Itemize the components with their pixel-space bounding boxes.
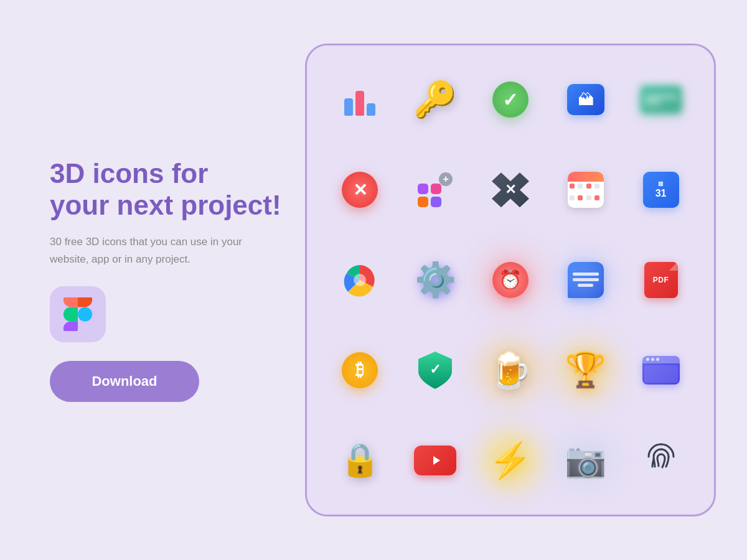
trophy-icon: 🏆: [565, 350, 606, 390]
mug-icon: 🍺: [489, 350, 532, 391]
headline: 3D icons for your next project!: [50, 158, 293, 221]
list-item: ✓: [476, 58, 545, 142]
blue-calendar-icon: ▦ 31: [643, 172, 679, 208]
shield-icon: ✓: [417, 350, 453, 390]
bitcoin-icon: ₿: [342, 352, 378, 388]
list-item: [626, 328, 695, 412]
download-button[interactable]: Download: [50, 361, 199, 402]
list-item: ✕: [326, 148, 395, 232]
subtext: 30 free 3D icons that you can use in you…: [50, 233, 261, 267]
add-grid-icon: +: [416, 171, 454, 208]
page-container: 3D icons for your next project! 30 free …: [31, 25, 716, 535]
list-item: ✕: [476, 148, 545, 232]
svg-point-1: [354, 274, 366, 286]
headline-line2: your next project!: [50, 190, 281, 220]
list-item: 🏆: [551, 328, 620, 412]
list-item: 📷: [551, 418, 620, 502]
svg-text:✓: ✓: [430, 362, 441, 377]
list-item: ⚡: [476, 418, 545, 502]
card-icon: [640, 85, 682, 114]
clock-icon: ⏰: [492, 262, 529, 298]
headline-part1: 3D icons: [50, 158, 164, 189]
key-icon: 🔑: [413, 79, 457, 120]
gear-icon: ⚙️: [415, 260, 456, 299]
lock-icon: 🔒: [340, 441, 380, 479]
svg-marker-3: [433, 456, 440, 465]
lightning-icon: ⚡: [489, 440, 532, 481]
fingerprint-icon: [644, 439, 679, 482]
list-item: 🔑: [401, 58, 470, 142]
list-item: ▦ 31: [626, 148, 695, 232]
list-item: [626, 58, 695, 142]
list-item: 🏔: [551, 58, 620, 142]
headline-part2: for: [172, 158, 209, 189]
browser-window-icon: [642, 356, 680, 385]
close-red-icon: ✕: [342, 172, 378, 208]
list-item: [326, 238, 395, 322]
list-item: ⚙️: [401, 238, 470, 322]
list-item: 🍺: [476, 328, 545, 412]
bar-chart-icon: [344, 83, 375, 116]
pdf-icon: PDF: [644, 262, 678, 298]
list-item: [626, 418, 695, 502]
image-icon: 🏔: [567, 84, 604, 115]
list-item: PDF: [626, 238, 695, 322]
list-item: 🔒: [326, 418, 395, 502]
icon-grid: 🔑 ✓ 🏔 ✕: [307, 45, 714, 515]
icon-grid-panel: 🔑 ✓ 🏔 ✕: [305, 44, 716, 516]
pie-chart-icon: [342, 262, 378, 298]
list-item: [551, 148, 620, 232]
figma-logo-icon: [61, 297, 95, 331]
calendar-icon: [568, 172, 604, 208]
list-item: ⏰: [476, 238, 545, 322]
checkmark-icon: ✓: [492, 82, 529, 118]
x-dark-icon: ✕: [492, 172, 529, 207]
list-item: ✓: [401, 328, 470, 412]
left-panel: 3D icons for your next project! 30 free …: [31, 158, 293, 402]
youtube-icon: [414, 446, 456, 475]
list-item: [401, 418, 470, 502]
list-item: ₿: [326, 328, 395, 412]
list-item: +: [401, 148, 470, 232]
list-item: [326, 58, 395, 142]
figma-icon-wrapper: [50, 286, 106, 342]
list-item: [551, 238, 620, 322]
